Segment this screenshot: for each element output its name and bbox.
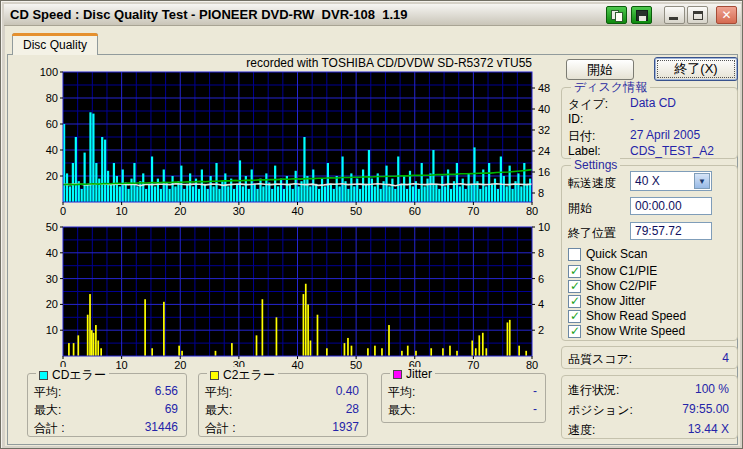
c2-total-row: 合計 :1937 — [205, 420, 361, 434]
jitter-group: Jitter 平均:- 最大:- — [381, 373, 546, 423]
svg-text:8: 8 — [538, 247, 544, 259]
chart-header: recorded with TOSHIBA CD/DVDW SD-R5372 v… — [63, 56, 532, 70]
svg-text:10: 10 — [116, 205, 128, 215]
titlebar[interactable]: CD Speed : Disc Quality Test - PIONEER D… — [4, 4, 741, 26]
svg-text:20: 20 — [174, 359, 186, 371]
checkbox-label: Show Jitter — [586, 294, 645, 308]
disc-info-caption: ディスク情報 — [571, 80, 650, 94]
checkbox-show-c1-pie[interactable]: Show C1/PIE — [568, 264, 657, 278]
checkbox-label: Show C1/PIE — [586, 264, 657, 278]
checkbox-box[interactable] — [568, 295, 581, 308]
svg-text:40: 40 — [46, 144, 58, 156]
c2-chart: 504030201010864201020304050607080 — [31, 215, 561, 375]
svg-text:40: 40 — [538, 103, 550, 115]
checkbox-box[interactable] — [568, 280, 581, 293]
c2-avg-row: 平均:0.40 — [205, 384, 361, 398]
c2-errors-caption: C2エラー — [207, 367, 278, 384]
svg-text:8: 8 — [538, 187, 544, 199]
svg-text:32: 32 — [538, 124, 550, 136]
save-icon[interactable] — [631, 6, 652, 24]
svg-text:40: 40 — [291, 359, 303, 371]
cd-max-row: 最大:69 — [34, 402, 180, 416]
cd-errors-group: CDエラー 平均:6.56 最大:69 合計 :31446 — [27, 373, 187, 437]
checkbox-label: Quick Scan — [586, 247, 647, 261]
progress-row: 進行状況:100 % — [568, 382, 731, 396]
start-button[interactable]: 開始 — [566, 59, 634, 80]
cd-errors-caption: CDエラー — [36, 367, 109, 384]
c2-max-row: 最大:28 — [205, 402, 361, 416]
yellow-legend-icon — [210, 371, 219, 380]
jitter-avg-row: 平均:- — [388, 384, 539, 398]
tab-label: Disc Quality — [23, 38, 87, 52]
close-button[interactable]: ✕ — [716, 6, 737, 24]
checkbox-show-jitter[interactable]: Show Jitter — [568, 294, 645, 308]
checkbox-show-write-speed[interactable]: Show Write Speed — [568, 324, 685, 338]
cd-avg-row: 平均:6.56 — [34, 384, 180, 398]
svg-text:80: 80 — [526, 359, 538, 371]
svg-text:70: 70 — [467, 359, 479, 371]
svg-text:50: 50 — [46, 221, 58, 233]
checkbox-box[interactable] — [568, 248, 581, 261]
svg-text:100: 100 — [40, 66, 58, 78]
svg-text:16: 16 — [538, 166, 550, 178]
svg-text:30: 30 — [46, 273, 58, 285]
svg-text:10: 10 — [46, 324, 58, 336]
disc-date-row: 日付:27 April 2005 — [568, 128, 731, 142]
svg-text:6: 6 — [538, 273, 544, 285]
svg-text:50: 50 — [350, 205, 362, 215]
disc-type-row: タイプ:Data CD — [568, 96, 731, 110]
minimize-button[interactable] — [664, 6, 685, 24]
svg-text:2: 2 — [538, 324, 544, 336]
c1-speed-chart: 100806040204840322416801020304050607080 — [31, 59, 561, 215]
copy-icon[interactable] — [606, 6, 627, 24]
quality-score-group: 品質スコア:4 — [561, 346, 738, 369]
svg-text:40: 40 — [46, 247, 58, 259]
svg-text:20: 20 — [174, 205, 186, 215]
exit-button[interactable]: 終了(X) — [654, 57, 738, 81]
speed-row: 速度:13.44 X — [568, 422, 731, 436]
quality-score-row: 品質スコア:4 — [568, 351, 731, 365]
svg-text:30: 30 — [233, 205, 245, 215]
disc-label-row: Label:CDS_TEST_A2 — [568, 144, 731, 158]
settings-caption: Settings — [571, 158, 620, 172]
magenta-legend-icon — [393, 370, 402, 379]
svg-text:4: 4 — [538, 298, 544, 310]
svg-text:0: 0 — [60, 205, 66, 215]
checkbox-box[interactable] — [568, 265, 581, 278]
svg-text:10: 10 — [116, 359, 128, 371]
cd-total-row: 合計 :31446 — [34, 420, 180, 434]
end-pos-input[interactable]: 79:57.72 — [630, 222, 712, 240]
tab-disc-quality[interactable]: Disc Quality — [12, 33, 98, 55]
c2-errors-group: C2エラー 平均:0.40 最大:28 合計 :1937 — [198, 373, 368, 437]
start-pos-input[interactable]: 00:00.00 — [630, 197, 712, 215]
quality-score-value: 4 — [722, 351, 729, 365]
disc-info-group: ディスク情報 タイプ:Data CD ID:- 日付:27 April 2005… — [561, 87, 738, 159]
maximize-button[interactable] — [687, 6, 708, 24]
jitter-max-row: 最大:- — [388, 402, 539, 416]
svg-text:20: 20 — [46, 298, 58, 310]
svg-text:10: 10 — [538, 221, 550, 233]
progress-group: 進行状況:100 % ポジション:79:55.00 速度:13.44 X — [561, 375, 738, 439]
svg-text:80: 80 — [526, 205, 538, 215]
checkbox-quick-scan[interactable]: Quick Scan — [568, 247, 647, 261]
checkbox-label: Show C2/PIF — [586, 279, 657, 293]
jitter-caption: Jitter — [390, 367, 435, 381]
checkbox-show-c2-pif[interactable]: Show C2/PIF — [568, 279, 657, 293]
svg-text:24: 24 — [538, 145, 550, 157]
app-window: CD Speed : Disc Quality Test - PIONEER D… — [0, 0, 743, 449]
speed-value: 40 X — [635, 174, 660, 188]
svg-text:20: 20 — [46, 170, 58, 182]
svg-text:80: 80 — [46, 92, 58, 104]
window-title: CD Speed : Disc Quality Test - PIONEER D… — [4, 7, 408, 22]
checkbox-show-read-speed[interactable]: Show Read Speed — [568, 309, 686, 323]
checkbox-label: Show Read Speed — [586, 309, 686, 323]
chevron-down-icon[interactable]: ▼ — [694, 173, 710, 189]
svg-text:60: 60 — [46, 118, 58, 130]
checkbox-box[interactable] — [568, 325, 581, 338]
settings-group: Settings 転送速度 40 X ▼ 開始 00:00.00 終了位置 79… — [561, 165, 738, 341]
svg-text:50: 50 — [350, 359, 362, 371]
svg-text:70: 70 — [467, 205, 479, 215]
checkbox-box[interactable] — [568, 310, 581, 323]
speed-combobox[interactable]: 40 X ▼ — [630, 171, 712, 191]
disc-id-row: ID:- — [568, 112, 731, 126]
